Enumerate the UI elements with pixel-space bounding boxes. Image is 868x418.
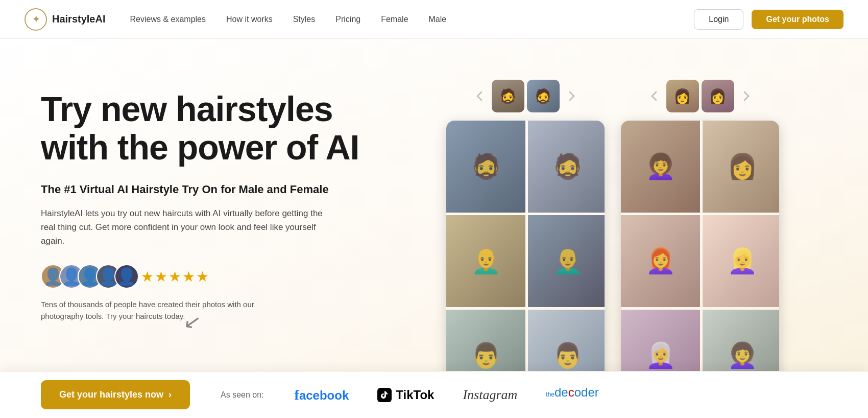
navbar: ✦ HairstyleAI Reviews & examples How it … — [0, 0, 868, 39]
arrow-decoration: ↙ — [182, 308, 203, 334]
as-seen-on-label: As seen on: — [221, 390, 264, 400]
arrow-right-female-icon — [738, 88, 755, 104]
female-face-original: 👩 — [666, 80, 699, 112]
get-hairstyles-button[interactable]: Get your hairstyles now › — [41, 380, 190, 409]
female-photo-2: 👩 — [703, 121, 779, 213]
nav-how-it-works[interactable]: How it works — [226, 15, 273, 24]
male-photo-column: 🧔 🧔 🧔 🧔 👨‍🦲 👨‍🦲 👨 👨 — [446, 80, 605, 402]
nav-male[interactable]: Male — [429, 15, 447, 24]
arrow-left-icon — [471, 88, 488, 104]
instagram-brand: Instagram — [463, 387, 517, 403]
nav-reviews[interactable]: Reviews & examples — [130, 15, 206, 24]
arrow-left-female-icon — [646, 88, 662, 104]
social-proof: 👤 👤 👤 👤 👤 ★★★★★ — [41, 264, 398, 289]
female-photo-grid: 👩‍🦱 👩 👩‍🦰 👱‍♀️ 👩‍🦳 👩‍🦱 — [621, 121, 779, 402]
navbar-left: ✦ HairstyleAI Reviews & examples How it … — [25, 8, 446, 31]
female-photo-4: 👱‍♀️ — [703, 215, 779, 307]
male-photo-4: 👨‍🦲 — [528, 215, 605, 307]
female-photo-3: 👩‍🦰 — [621, 215, 700, 307]
decoder-brand: thedecoder — [546, 385, 598, 404]
female-face-row: 👩 👩 — [646, 80, 755, 112]
nav-styles[interactable]: Styles — [293, 15, 316, 24]
arrow-right-icon — [564, 88, 580, 104]
male-photo-grid: 🧔 🧔 👨‍🦲 👨‍🦲 👨 👨 — [446, 121, 605, 402]
hero-description: HairstyleAI lets you try out new haircut… — [41, 206, 337, 248]
get-photos-button[interactable]: Get your photos — [752, 10, 843, 29]
bottom-bar: Get your hairstyles now › As seen on: fa… — [0, 371, 868, 418]
hero-title: Try new hairstyles with the power of AI — [41, 90, 398, 167]
hero-left: Try new hairstyles with the power of AI … — [41, 69, 398, 418]
avatar-stack: 👤 👤 👤 👤 👤 — [41, 264, 133, 289]
hero-right: 🧔 🧔 🧔 🧔 👨‍🦲 👨‍🦲 👨 👨 — [398, 69, 827, 418]
nav-female[interactable]: Female — [381, 15, 408, 24]
facebook-brand: facebook — [295, 387, 349, 403]
male-faces: 🧔 🧔 — [492, 80, 560, 112]
nav-links: Reviews & examples How it works Styles P… — [130, 15, 447, 24]
male-face-original: 🧔 — [492, 80, 524, 112]
female-photo-1: 👩‍🦱 — [621, 121, 700, 213]
star-rating: ★★★★★ — [141, 268, 210, 285]
logo[interactable]: ✦ HairstyleAI — [25, 8, 106, 31]
female-photo-column: 👩 👩 👩‍🦱 👩 👩‍🦰 👱‍♀️ 👩‍🦳 👩‍🦱 — [621, 80, 779, 402]
hero-section: Try new hairstyles with the power of AI … — [0, 39, 868, 418]
tiktok-brand: TikTok — [377, 388, 434, 402]
tiktok-label: TikTok — [396, 388, 434, 402]
navbar-right: Login Get your photos — [694, 9, 843, 30]
login-button[interactable]: Login — [694, 9, 743, 30]
tiktok-icon — [377, 388, 392, 402]
female-face-alt: 👩 — [702, 80, 734, 112]
nav-pricing[interactable]: Pricing — [335, 15, 360, 24]
logo-text: HairstyleAI — [52, 13, 106, 25]
male-face-alt: 🧔 — [527, 80, 560, 112]
brand-logos: facebook TikTok Instagram thedecoder — [295, 385, 599, 404]
hero-subtitle: The #1 Virtual AI Hairstyle Try On for M… — [41, 183, 398, 196]
logo-icon: ✦ — [25, 8, 47, 31]
male-photo-1: 🧔 — [446, 121, 525, 213]
social-proof-text: Tens of thousands of people have created… — [41, 299, 286, 322]
female-faces: 👩 👩 — [666, 80, 734, 112]
cta-arrow-icon: › — [168, 389, 172, 400]
avatar: 👤 — [114, 264, 139, 289]
get-hairstyles-label: Get your hairstyles now — [59, 389, 163, 400]
male-photo-3: 👨‍🦲 — [446, 215, 525, 307]
male-face-row: 🧔 🧔 — [471, 80, 580, 112]
male-photo-2: 🧔 — [528, 121, 605, 213]
